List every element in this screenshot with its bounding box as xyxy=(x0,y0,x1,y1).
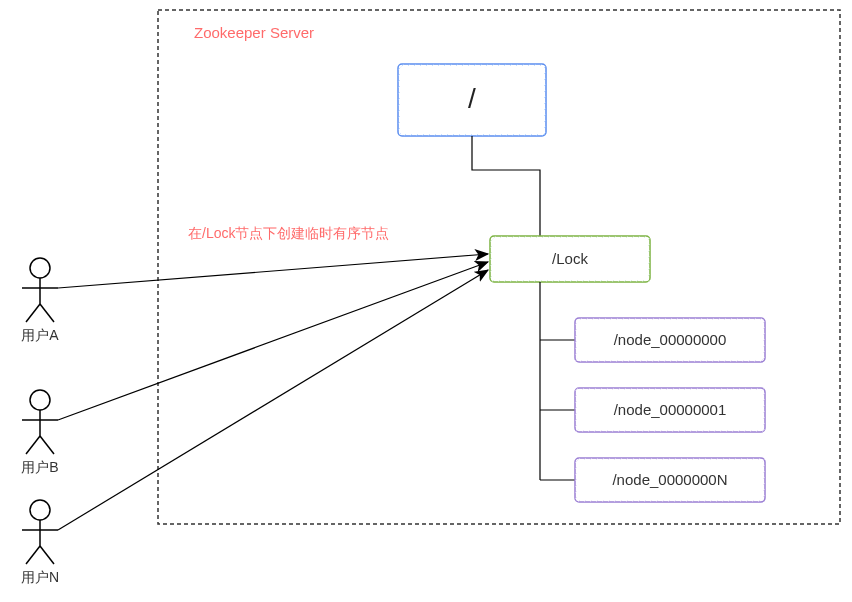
svg-line-26 xyxy=(40,546,54,564)
user-icon xyxy=(30,258,50,278)
user-icon xyxy=(30,390,50,410)
root-node: / xyxy=(398,64,546,136)
arrow-actor-b-to-lock xyxy=(58,262,488,420)
server-title: Zookeeper Server xyxy=(194,24,314,41)
child-node-0: /node_00000000 xyxy=(575,318,765,362)
lock-node-label: /Lock xyxy=(552,250,588,267)
svg-line-22 xyxy=(40,436,54,454)
actor-a-label: 用户A xyxy=(21,327,59,343)
actor-n-label: 用户N xyxy=(21,569,59,585)
svg-line-17 xyxy=(26,304,40,322)
diagram-canvas: Zookeeper Server / /Lock /node_00000000 … xyxy=(0,0,852,602)
annotation-text: 在/Lock节点下创建临时有序节点 xyxy=(188,225,389,241)
arrow-actor-n-to-lock xyxy=(58,270,488,530)
child-node-0-label: /node_00000000 xyxy=(614,331,727,348)
child-node-1-label: /node_00000001 xyxy=(614,401,727,418)
actor-b: 用户B xyxy=(21,390,58,475)
svg-line-25 xyxy=(26,546,40,564)
edge-root-to-lock xyxy=(472,136,540,236)
actor-a: 用户A xyxy=(21,258,59,343)
root-node-label: / xyxy=(468,83,476,114)
arrow-actor-a-to-lock xyxy=(58,254,488,288)
svg-line-18 xyxy=(40,304,54,322)
lock-node: /Lock xyxy=(490,236,650,282)
child-node-1: /node_00000001 xyxy=(575,388,765,432)
actor-b-label: 用户B xyxy=(21,459,58,475)
child-node-2: /node_0000000N xyxy=(575,458,765,502)
child-node-2-label: /node_0000000N xyxy=(612,471,727,488)
svg-line-21 xyxy=(26,436,40,454)
user-icon xyxy=(30,500,50,520)
actor-n: 用户N xyxy=(21,500,59,585)
